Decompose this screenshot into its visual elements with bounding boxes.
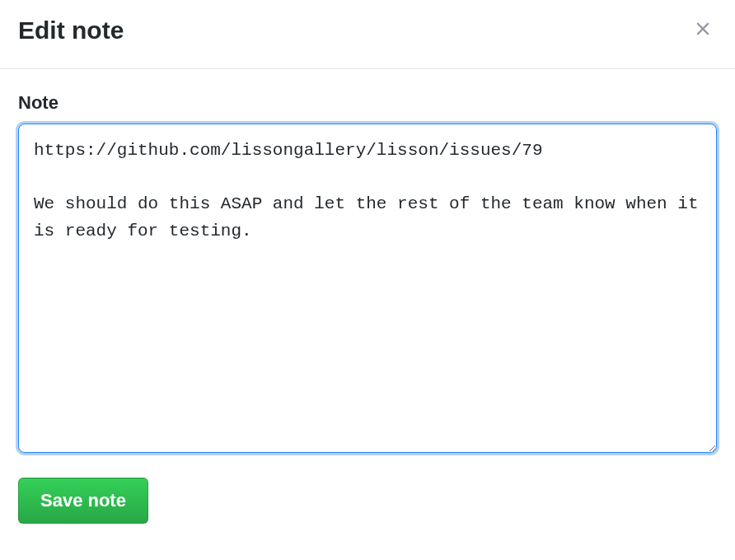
- note-textarea[interactable]: [18, 124, 717, 453]
- modal-body: Note Save note: [0, 69, 735, 542]
- save-button[interactable]: Save note: [18, 478, 148, 524]
- modal-header: Edit note: [0, 0, 735, 69]
- close-button[interactable]: [689, 15, 717, 45]
- close-icon: [692, 18, 714, 42]
- note-field-label: Note: [18, 92, 717, 114]
- modal-title: Edit note: [18, 16, 124, 44]
